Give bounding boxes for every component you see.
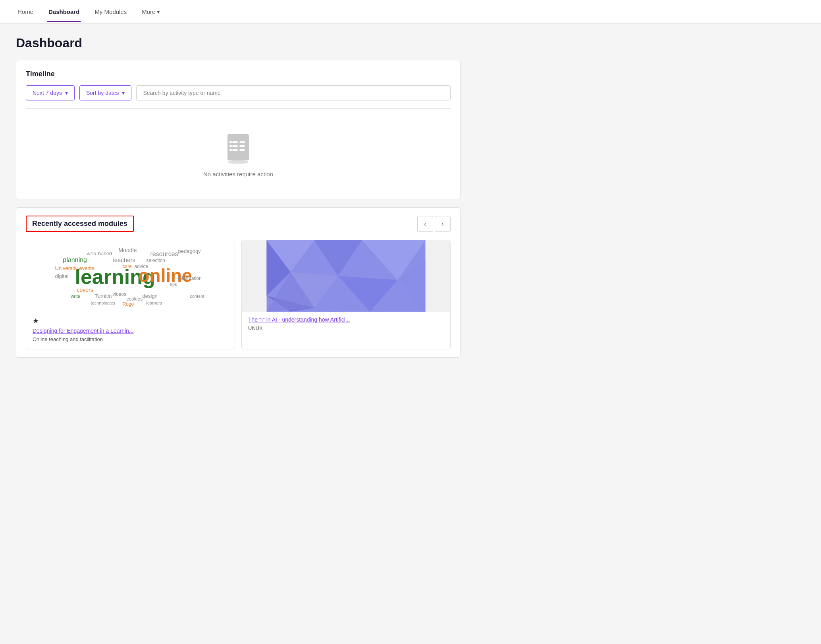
module-image-1: learning online planning web-based Moodl… (26, 240, 235, 312)
timeline-divider (26, 108, 451, 109)
nav-more[interactable]: More ▾ (140, 1, 162, 23)
modules-prev-button[interactable]: ‹ (417, 216, 433, 232)
svg-rect-6 (232, 149, 238, 151)
chevron-right-icon: › (441, 220, 443, 228)
svg-rect-1 (227, 134, 249, 160)
svg-text:design: design (143, 293, 158, 299)
nav-my-modules[interactable]: My Modules (93, 1, 128, 22)
svg-text:content: content (190, 294, 204, 299)
module-subtitle-2: UNUK (248, 325, 263, 331)
modules-next-button[interactable]: › (435, 216, 451, 232)
modules-grid: learning online planning web-based Moodl… (26, 240, 451, 349)
svg-text:write: write (71, 294, 80, 299)
svg-text:core: core (123, 264, 132, 269)
svg-text:tips: tips (170, 282, 177, 287)
svg-text:Rogo: Rogo (123, 301, 134, 307)
svg-rect-4 (232, 145, 238, 147)
modules-header: Recently accessed modules ‹ › (26, 216, 451, 232)
date-filter-dropdown[interactable]: Next 7 days ▾ (26, 85, 75, 100)
nav-home[interactable]: Home (16, 1, 35, 22)
page-content: Dashboard Timeline Next 7 days ▾ Sort by… (0, 24, 476, 370)
svg-text:learners: learners (146, 301, 162, 305)
module-image-2 (242, 240, 450, 312)
svg-text:Turnitin: Turnitin (95, 293, 112, 299)
svg-text:teachers: teachers (113, 256, 136, 263)
word-cloud: learning online planning web-based Moodl… (26, 240, 235, 312)
module-link-2[interactable]: The "I" in AI - understanding how Artifi… (248, 316, 444, 323)
svg-rect-7 (239, 149, 245, 151)
module-card-2[interactable]: The "I" in AI - understanding how Artifi… (241, 240, 451, 349)
svg-text:advice: advice (135, 264, 148, 269)
svg-text:covers: covers (77, 287, 93, 293)
svg-text:web-based: web-based (87, 251, 112, 256)
svg-text:selection: selection (146, 258, 165, 263)
sort-dropdown[interactable]: Sort by dates ▾ (79, 85, 132, 100)
svg-text:information: information (178, 276, 202, 281)
modules-nav-arrows: ‹ › (417, 216, 451, 232)
chevron-down-icon: ▾ (157, 8, 160, 15)
timeline-card: Timeline Next 7 days ▾ Sort by dates ▾ (16, 60, 461, 199)
svg-text:digital: digital (55, 273, 69, 279)
svg-text:Moodle: Moodle (119, 247, 137, 253)
timeline-controls: Next 7 days ▾ Sort by dates ▾ (26, 85, 451, 100)
module-subtitle-1: Online teaching and facilitation (33, 336, 103, 342)
module-star-1: ★ (33, 316, 228, 325)
module-card-1[interactable]: learning online planning web-based Moodl… (26, 240, 235, 349)
svg-rect-2 (232, 141, 238, 143)
svg-text:University events: University events (55, 265, 94, 271)
svg-point-11 (228, 160, 249, 164)
module-link-1[interactable]: Designing for Engagement in a Learnin... (33, 328, 228, 334)
modules-card: Recently accessed modules ‹ › learning (16, 207, 461, 358)
svg-point-8 (229, 141, 232, 143)
empty-state-icon (224, 133, 252, 164)
chevron-down-icon: ▾ (122, 90, 125, 96)
modules-title: Recently accessed modules (26, 216, 134, 232)
svg-text:planning: planning (63, 256, 87, 263)
empty-state-text: No activities require action (203, 171, 273, 177)
svg-point-9 (229, 145, 232, 147)
svg-text:pedagogy: pedagogy (178, 248, 201, 254)
nav-bar: Home Dashboard My Modules More ▾ (0, 0, 821, 24)
svg-text:videos: videos (113, 291, 127, 297)
polygon-image (242, 240, 450, 312)
svg-rect-3 (239, 141, 245, 143)
activity-search-input[interactable] (136, 85, 451, 100)
timeline-empty-state: No activities require action (26, 121, 451, 189)
timeline-title: Timeline (26, 70, 451, 78)
nav-dashboard[interactable]: Dashboard (47, 1, 81, 22)
module-info-2: The "I" in AI - understanding how Artifi… (242, 312, 450, 338)
module-info-1: ★ Designing for Engagement in a Learnin.… (26, 312, 235, 349)
svg-text:cookies: cookies (127, 296, 143, 302)
svg-text:resources: resources (150, 251, 178, 257)
svg-text:technologies: technologies (91, 301, 116, 305)
svg-point-10 (229, 149, 232, 151)
chevron-down-icon: ▾ (65, 90, 68, 96)
svg-rect-5 (239, 145, 245, 147)
chevron-left-icon: ‹ (424, 220, 426, 228)
page-title: Dashboard (16, 36, 461, 50)
